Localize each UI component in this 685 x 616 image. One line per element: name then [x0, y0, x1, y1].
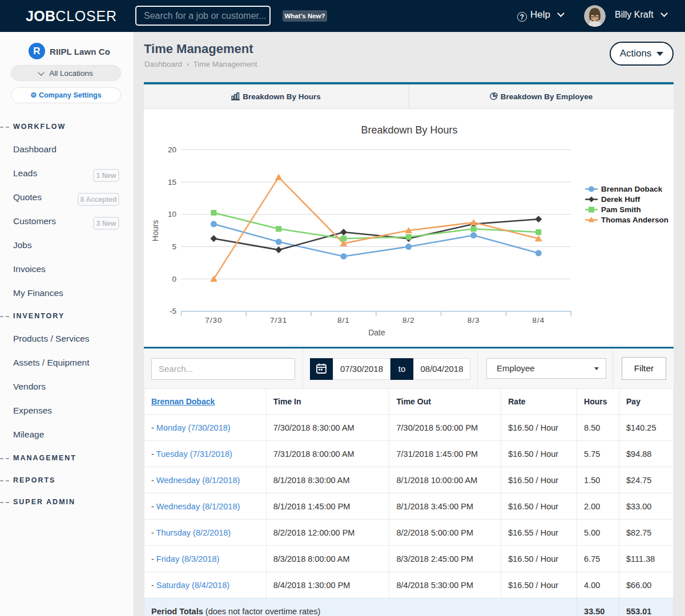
- svg-text:0: 0: [172, 274, 176, 283]
- svg-text:8/4: 8/4: [533, 316, 545, 325]
- svg-text:Brennan Doback: Brennan Doback: [601, 185, 663, 193]
- svg-text:5: 5: [172, 242, 176, 251]
- svg-text:7/31: 7/31: [270, 316, 287, 325]
- svg-text:8/3: 8/3: [468, 316, 480, 325]
- svg-text:Date: Date: [368, 328, 385, 337]
- svg-text:10: 10: [168, 210, 176, 218]
- svg-text:Derek Huff: Derek Huff: [601, 195, 640, 204]
- svg-text:7/30: 7/30: [205, 316, 222, 325]
- svg-text:Pam Smith: Pam Smith: [601, 205, 641, 214]
- svg-text:Thomas Anderson: Thomas Anderson: [601, 216, 668, 224]
- svg-text:-5: -5: [170, 307, 176, 315]
- svg-text:20: 20: [168, 145, 176, 154]
- svg-text:8/2: 8/2: [402, 316, 415, 325]
- svg-text:Breakdown By Hours: Breakdown By Hours: [361, 124, 457, 136]
- svg-text:Hours: Hours: [151, 220, 160, 241]
- svg-text:8/1: 8/1: [337, 316, 350, 325]
- svg-text:15: 15: [168, 177, 176, 186]
